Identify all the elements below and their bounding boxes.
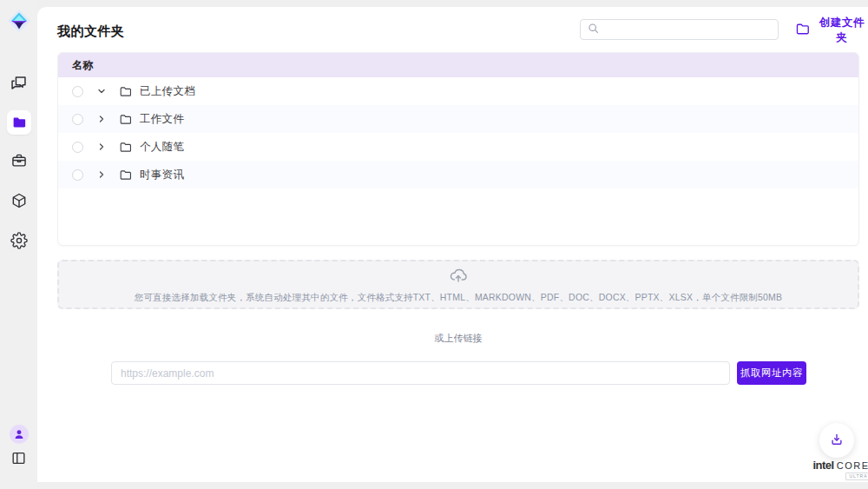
- chevron-right-icon[interactable]: [95, 114, 108, 124]
- row-checkbox[interactable]: [72, 114, 83, 125]
- cube-icon: [10, 192, 28, 209]
- user-avatar-icon: [10, 425, 29, 444]
- search-input[interactable]: [604, 23, 778, 36]
- ultra-badge: ultra: [845, 472, 868, 480]
- table-header-name: 名称: [58, 53, 858, 77]
- chevron-down-icon[interactable]: [95, 86, 108, 96]
- folder-name[interactable]: 已上传文档: [140, 84, 195, 99]
- folder-name[interactable]: 个人随笔: [140, 140, 184, 155]
- intel-core-ultra-logo: intel core ultra: [808, 459, 868, 480]
- row-checkbox[interactable]: [72, 86, 83, 97]
- sidebar-item-account[interactable]: [0, 425, 37, 444]
- sidebar: [0, 0, 37, 489]
- folder-name[interactable]: 时事资讯: [140, 168, 184, 182]
- main-panel: 我的文件夹 创建文件夹 名称 已上传文档: [37, 7, 868, 482]
- sidebar-item-collapse[interactable]: [0, 450, 37, 466]
- sidebar-item-settings[interactable]: [0, 232, 37, 249]
- sidebar-item-chat[interactable]: [0, 74, 37, 92]
- page-title: 我的文件夹: [57, 23, 125, 40]
- download-icon: [829, 432, 845, 450]
- create-folder-label: 创建文件夹: [816, 16, 868, 45]
- intel-brand-text: intel: [812, 459, 833, 471]
- cloud-upload-icon: [449, 266, 468, 288]
- url-input[interactable]: [111, 361, 730, 385]
- gear-icon: [10, 232, 28, 249]
- search-icon: [588, 22, 599, 37]
- table-row[interactable]: 个人随笔: [58, 133, 858, 161]
- sidebar-item-models[interactable]: [0, 192, 37, 209]
- upload-hint-text: 您可直接选择加载文件夹，系统自动处理其中的文件，文件格式支持TXT、HTML、M…: [135, 292, 783, 304]
- fetch-url-button[interactable]: 抓取网址内容: [737, 361, 806, 385]
- folder-icon: [119, 169, 132, 182]
- row-checkbox[interactable]: [72, 169, 83, 181]
- chevron-right-icon[interactable]: [95, 169, 108, 180]
- folder-icon: [119, 113, 132, 126]
- table-row[interactable]: 已上传文档: [58, 77, 858, 105]
- core-brand-text: core: [837, 461, 868, 471]
- folder-table: 名称 已上传文档 工作文件: [57, 52, 859, 246]
- collapse-panel-icon: [10, 450, 27, 466]
- chat-icon: [10, 74, 28, 92]
- folder-icon: [119, 85, 132, 98]
- table-row[interactable]: 时事资讯: [58, 161, 858, 188]
- folder-icon: [11, 115, 27, 130]
- row-checkbox[interactable]: [72, 142, 83, 153]
- app-logo-gem-icon[interactable]: [7, 9, 31, 33]
- table-row[interactable]: 工作文件: [58, 105, 858, 133]
- search-box: [580, 19, 779, 40]
- chevron-right-icon[interactable]: [95, 142, 108, 152]
- new-folder-icon: [795, 22, 810, 39]
- or-upload-link-label: 或上传链接: [57, 332, 859, 345]
- briefcase-icon: [10, 152, 28, 169]
- folder-name[interactable]: 工作文件: [140, 112, 184, 127]
- folder-icon: [119, 141, 132, 154]
- sidebar-item-toolbox[interactable]: [0, 152, 37, 169]
- sidebar-item-folders[interactable]: [0, 110, 37, 135]
- create-folder-button[interactable]: 创建文件夹: [795, 22, 868, 39]
- download-fab-button[interactable]: [819, 423, 854, 458]
- upload-dropzone[interactable]: 您可直接选择加载文件夹，系统自动处理其中的文件，文件格式支持TXT、HTML、M…: [57, 260, 859, 309]
